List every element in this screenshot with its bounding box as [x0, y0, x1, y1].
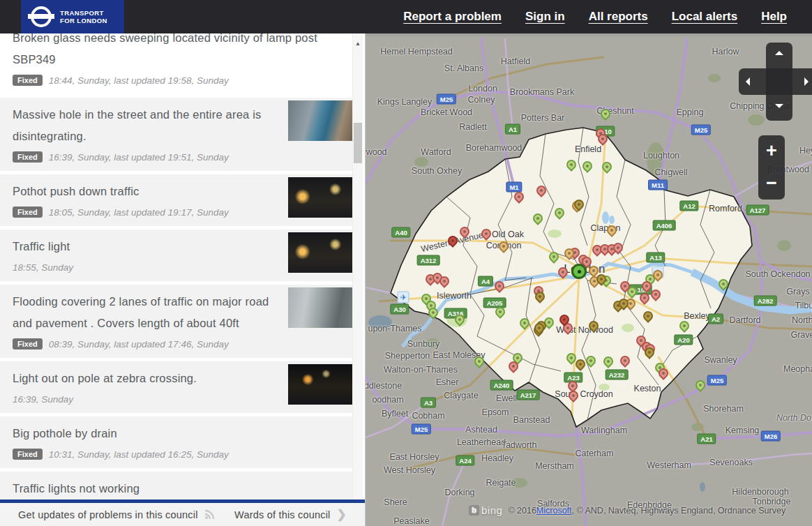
get-updates-label: Get updates of problems in this council	[18, 509, 198, 520]
report-meta-row: Fixed10:31, Sunday, last updated 16:25, …	[13, 446, 344, 462]
tfl-logo[interactable]: TRANSPORT FOR LONDON	[21, 0, 124, 33]
reports-panel: Broken glass needs sweeping located vici…	[0, 33, 366, 526]
report-timestamp: 16:39, Sunday, last updated 19:51, Sunda…	[49, 152, 229, 163]
report-meta-row: Fixed08:39, Sunday, last updated 17:46, …	[13, 336, 344, 352]
wards-link[interactable]: Wards of this council ❯	[234, 507, 347, 522]
pan-left-button[interactable]	[746, 77, 750, 86]
bing-logo-text: bing	[481, 504, 502, 516]
nav-link-sign-in[interactable]: Sign in	[525, 10, 565, 24]
top-header: TRANSPORT FOR LONDON Report a problemSig…	[0, 0, 812, 33]
report-timestamp: 08:39, Sunday, last updated 17:46, Sunda…	[49, 339, 229, 350]
report-photo-thumbnail	[288, 100, 354, 141]
report-title: Big pothole by drain	[13, 423, 344, 444]
report-timestamp: 10:31, Sunday, last updated 16:25, Sunda…	[49, 449, 229, 460]
report-photo-thumbnail	[288, 364, 354, 405]
report-list-item[interactable]: Pothot push down trafficFixed18:05, Sund…	[0, 174, 354, 226]
attribution-prefix: © 2016	[508, 506, 536, 516]
report-timestamp: 18:55, Sunday	[13, 262, 73, 273]
status-badge: Fixed	[13, 151, 43, 163]
selected-report-pin[interactable]	[571, 264, 587, 279]
list-scrollbar[interactable]: ▲	[352, 33, 363, 499]
status-badge: Fixed	[13, 338, 43, 350]
pan-up-button[interactable]	[775, 51, 783, 55]
report-timestamp: 18:05, Sunday, last updated 19:17, Sunda…	[49, 207, 229, 218]
report-list-item[interactable]: Big pothole by drainFixed10:31, Sunday, …	[0, 416, 354, 468]
report-list-item[interactable]: Light out on pole at zebra crossing.16:3…	[0, 361, 354, 413]
report-photo-thumbnail	[288, 287, 354, 328]
nav-link-report-a-problem[interactable]: Report a problem	[403, 10, 502, 24]
status-badge: Fixed	[13, 75, 43, 86]
header-nav: Report a problemSign inAll reportsLocal …	[403, 0, 787, 33]
map-canvas[interactable]: Hemel HempsteadSt. AlbansHatfieldHarlowL…	[366, 33, 812, 526]
rss-icon	[204, 509, 215, 520]
report-photo-thumbnail	[288, 177, 354, 218]
map-zoom-control: + −	[758, 135, 785, 200]
report-meta-row: Fixed16:39, Sunday, last updated 19:51, …	[13, 149, 344, 165]
report-timestamp: 18:44, Sunday, last updated 19:58, Sunda…	[49, 75, 229, 86]
report-list-item[interactable]: Massive hole in the street and the entir…	[0, 98, 354, 171]
chevron-right-icon: ❯	[337, 507, 347, 522]
status-badge: Fixed	[13, 206, 43, 218]
bing-logo-icon: b	[469, 505, 479, 516]
report-list-item[interactable]: Traffic light18:55, Sunday	[0, 230, 354, 281]
wards-label: Wards of this council	[234, 509, 330, 520]
pan-down-button[interactable]	[775, 104, 783, 108]
report-list-item[interactable]: Flooding covering 2 lanes of traffic on …	[0, 285, 354, 358]
get-updates-link[interactable]: Get updates of problems in this council	[18, 509, 215, 520]
scroll-up-icon[interactable]: ▲	[353, 40, 363, 47]
scrollbar-thumb[interactable]	[354, 123, 362, 163]
tfl-roundel-icon	[31, 6, 52, 27]
pan-right-button[interactable]	[804, 77, 809, 86]
panel-footer: Get updates of problems in this council …	[0, 499, 365, 526]
reports-list: Broken glass needs sweeping located vici…	[0, 33, 354, 499]
report-meta-row: Fixed18:44, Sunday, last updated 19:58, …	[13, 73, 344, 88]
map-attribution: b bing © 2016 Microsoft , © AND, Navteq,…	[469, 504, 785, 516]
nav-link-all-reports[interactable]: All reports	[589, 10, 648, 24]
tfl-logo-text: TRANSPORT FOR LONDON	[60, 9, 107, 24]
report-timestamp: 16:39, Sunday	[13, 394, 73, 405]
attribution-text: , © AND, Navteq, Highways England, Ordna…	[572, 506, 786, 516]
report-photo-thumbnail	[288, 232, 354, 273]
nav-link-help[interactable]: Help	[761, 10, 787, 24]
microsoft-link[interactable]: Microsoft	[536, 506, 572, 516]
report-title: Broken glass needs sweeping located vici…	[13, 33, 344, 70]
zoom-in-button[interactable]: +	[758, 135, 785, 167]
report-list-item[interactable]: Broken glass needs sweeping located vici…	[0, 33, 354, 94]
zoom-out-button[interactable]: −	[758, 167, 785, 200]
status-badge: Fixed	[13, 449, 43, 460]
report-title: Traffic lights not working	[13, 478, 344, 499]
report-list-item[interactable]: Traffic lights not workingFixed15:18, Su…	[0, 472, 354, 499]
nav-link-local-alerts[interactable]: Local alerts	[672, 10, 738, 24]
